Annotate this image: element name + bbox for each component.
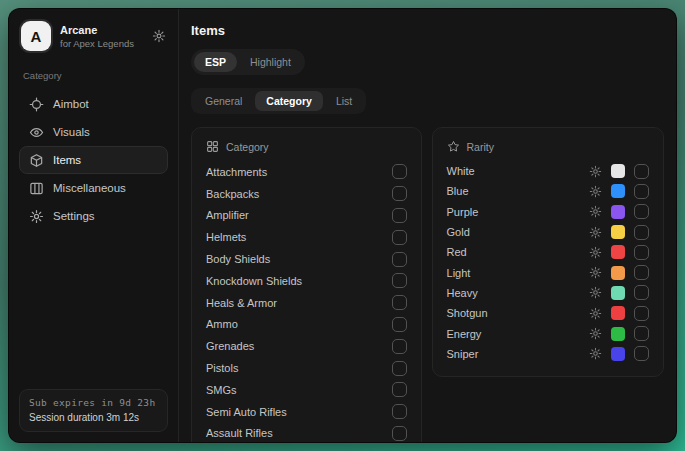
category-row: Pistols	[206, 357, 407, 379]
rarity-checkbox[interactable]	[634, 245, 649, 260]
sidebar-item-label: Visuals	[53, 126, 90, 138]
subscription-status-box: Sub expires in 9d 23h Session duration 3…	[19, 389, 168, 432]
sub-expires-text: Sub expires in 9d 23h	[29, 397, 158, 408]
sidebar-item-miscellaneous[interactable]: Miscellaneous	[19, 174, 168, 202]
category-label: Grenades	[206, 340, 254, 352]
mode-option-highlight[interactable]: Highlight	[239, 52, 302, 72]
rarity-checkbox[interactable]	[634, 184, 649, 199]
sidebar-nav: Aimbot Visuals Items Miscellaneous	[19, 90, 168, 230]
color-swatch[interactable]	[611, 184, 625, 198]
color-swatch[interactable]	[611, 225, 625, 239]
category-checkbox[interactable]	[392, 382, 407, 397]
category-row: Body Shields	[206, 248, 407, 270]
rarity-row: Blue	[447, 181, 649, 201]
category-label: Assault Rifles	[206, 427, 273, 439]
category-label: Helmets	[206, 231, 246, 243]
color-swatch[interactable]	[611, 245, 625, 259]
tab-general[interactable]: General	[194, 91, 253, 111]
color-swatch[interactable]	[611, 205, 625, 219]
color-swatch[interactable]	[611, 327, 625, 341]
category-checkbox[interactable]	[392, 295, 407, 310]
category-row: SMGs	[206, 379, 407, 401]
rarity-row: Purple	[447, 202, 649, 222]
gear-icon[interactable]	[589, 327, 602, 340]
category-row: Ammo	[206, 314, 407, 336]
category-checkbox[interactable]	[392, 361, 407, 376]
rarity-row: Energy	[447, 323, 649, 343]
rarity-row: Gold	[447, 222, 649, 242]
rarity-checkbox[interactable]	[634, 326, 649, 341]
category-label: Knockdown Shields	[206, 275, 302, 287]
mode-option-esp[interactable]: ESP	[194, 52, 237, 72]
category-label: SMGs	[206, 384, 237, 396]
category-label: Amplifier	[206, 209, 249, 221]
category-checkbox[interactable]	[392, 252, 407, 267]
category-row: Grenades	[206, 335, 407, 357]
app-window: A Arcane for Apex Legends Category Aimbo…	[8, 8, 677, 443]
gear-icon[interactable]	[589, 226, 602, 239]
rarity-checkbox[interactable]	[634, 204, 649, 219]
category-row: Heals & Armor	[206, 292, 407, 314]
gear-icon[interactable]	[589, 185, 602, 198]
category-row: Knockdown Shields	[206, 270, 407, 292]
category-panel-title: Category	[226, 141, 269, 153]
category-panel: Category Attachments Backpacks Amplifier…	[191, 127, 422, 442]
app-header: A Arcane for Apex Legends	[19, 21, 168, 51]
gear-icon[interactable]	[589, 165, 602, 178]
color-swatch[interactable]	[611, 286, 625, 300]
category-checkbox[interactable]	[392, 317, 407, 332]
rarity-checkbox[interactable]	[634, 306, 649, 321]
rarity-checkbox[interactable]	[634, 265, 649, 280]
color-swatch[interactable]	[611, 347, 625, 361]
category-checkbox[interactable]	[392, 404, 407, 419]
rarity-checkbox[interactable]	[634, 225, 649, 240]
rarity-label: Gold	[447, 226, 589, 238]
category-checkbox[interactable]	[392, 230, 407, 245]
page-title: Items	[191, 23, 664, 38]
rarity-panel-title: Rarity	[467, 141, 494, 153]
sidebar-item-items[interactable]: Items	[19, 146, 168, 174]
sidebar-item-label: Items	[53, 154, 81, 166]
sidebar-section-label: Category	[23, 70, 164, 81]
rarity-checkbox[interactable]	[634, 285, 649, 300]
category-checkbox[interactable]	[392, 426, 407, 441]
sidebar-item-label: Aimbot	[53, 98, 89, 110]
sidebar-item-settings[interactable]: Settings	[19, 202, 168, 230]
category-row: Helmets	[206, 226, 407, 248]
rarity-checkbox[interactable]	[634, 346, 649, 361]
color-swatch[interactable]	[611, 164, 625, 178]
crosshair-icon	[29, 97, 44, 112]
category-checkbox[interactable]	[392, 164, 407, 179]
rarity-row: Sniper	[447, 344, 649, 364]
rarity-checkbox[interactable]	[634, 164, 649, 179]
gear-icon[interactable]	[589, 347, 602, 360]
category-row: Amplifier	[206, 205, 407, 227]
category-label: Semi Auto Rifles	[206, 406, 287, 418]
rarity-panel: Rarity White Blue Purple Gold Red Light …	[432, 127, 664, 377]
category-checkbox[interactable]	[392, 208, 407, 223]
category-label: Ammo	[206, 318, 238, 330]
app-name: Arcane	[60, 24, 134, 36]
sidebar-item-aimbot[interactable]: Aimbot	[19, 90, 168, 118]
color-swatch[interactable]	[611, 306, 625, 320]
gear-icon[interactable]	[589, 246, 602, 259]
category-checkbox[interactable]	[392, 186, 407, 201]
category-label: Pistols	[206, 362, 238, 374]
category-checkbox[interactable]	[392, 273, 407, 288]
rarity-row: White	[447, 161, 649, 181]
tab-category[interactable]: Category	[255, 91, 323, 111]
tab-bar: General Category List	[191, 88, 366, 114]
eye-icon	[29, 125, 44, 140]
category-checkbox[interactable]	[392, 339, 407, 354]
gear-icon[interactable]	[152, 29, 166, 43]
gear-icon[interactable]	[589, 266, 602, 279]
gear-icon[interactable]	[589, 205, 602, 218]
sidebar-item-visuals[interactable]: Visuals	[19, 118, 168, 146]
gear-icon[interactable]	[589, 307, 602, 320]
category-row: Assault Rifles	[206, 423, 407, 442]
tab-list[interactable]: List	[325, 91, 363, 111]
gear-icon[interactable]	[589, 286, 602, 299]
rarity-panel-header: Rarity	[447, 140, 649, 153]
category-row: Attachments	[206, 161, 407, 183]
color-swatch[interactable]	[611, 266, 625, 280]
